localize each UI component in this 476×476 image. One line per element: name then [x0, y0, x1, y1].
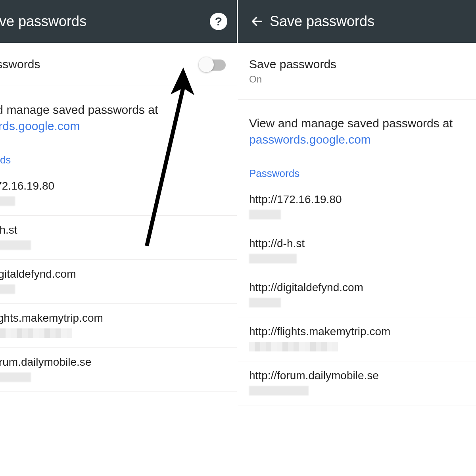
- save-passwords-toggle-row[interactable]: passwords: [0, 43, 237, 86]
- site-url: //d-h.st: [0, 224, 226, 236]
- passwords-section-title: words: [0, 138, 237, 172]
- passwords-google-link[interactable]: passwords.google.com: [249, 133, 371, 146]
- toggle-switch-off[interactable]: [200, 60, 226, 71]
- page-title: Save passwords: [270, 13, 466, 30]
- password-entry[interactable]: http://digitaldefynd.com: [238, 273, 476, 317]
- save-passwords-toggle-row[interactable]: Save passwords On: [238, 43, 476, 100]
- toggle-label: Save passwords: [249, 57, 336, 71]
- site-url: http://d-h.st: [249, 237, 465, 250]
- site-url: http://forum.dailymobile.se: [249, 369, 465, 382]
- username-blurred: [249, 254, 465, 264]
- site-url: //flights.makemytrip.com: [0, 312, 226, 324]
- right-panel: Save passwords Save passwords On View an…: [238, 0, 476, 476]
- site-url: http://flights.makemytrip.com: [249, 325, 465, 338]
- page-title: Save passwords: [0, 13, 210, 30]
- username-blurred: [0, 328, 226, 339]
- site-url: //172.16.19.80: [0, 180, 226, 192]
- password-entry[interactable]: http://forum.dailymobile.se: [238, 361, 476, 405]
- back-icon[interactable]: [248, 15, 267, 28]
- site-url: //digitaldefynd.com: [0, 268, 226, 280]
- username-blurred: [249, 342, 465, 352]
- username-blurred: [249, 386, 465, 396]
- toggle-state: On: [249, 74, 336, 85]
- passwords-section-title: Passwords: [238, 152, 476, 185]
- password-entry[interactable]: http://172.16.19.80: [238, 185, 476, 229]
- appbar-right: Save passwords: [238, 0, 476, 43]
- site-url: http://172.16.19.80: [249, 193, 465, 206]
- username-blurred: [0, 240, 226, 251]
- help-icon[interactable]: ?: [210, 13, 227, 30]
- password-entry[interactable]: //172.16.19.80: [0, 172, 237, 216]
- manage-text: and manage saved passwords at words.goog…: [0, 86, 237, 138]
- left-panel: Save passwords ? passwords and manage sa…: [0, 0, 238, 476]
- toggle-label: passwords: [0, 57, 40, 71]
- password-entry[interactable]: //flights.makemytrip.com: [0, 304, 237, 348]
- appbar-left: Save passwords ?: [0, 0, 237, 43]
- username-blurred: [249, 298, 465, 308]
- manage-text: View and manage saved passwords at passw…: [238, 100, 476, 152]
- password-entry[interactable]: //digitaldefynd.com: [0, 260, 237, 304]
- username-blurred: [0, 284, 226, 295]
- password-entry[interactable]: http://flights.makemytrip.com: [238, 317, 476, 361]
- password-entry[interactable]: //d-h.st: [0, 216, 237, 260]
- username-blurred: [0, 196, 226, 207]
- password-entry[interactable]: //forum.dailymobile.se: [0, 348, 237, 392]
- username-blurred: [0, 372, 226, 383]
- site-url: //forum.dailymobile.se: [0, 356, 226, 369]
- passwords-google-link[interactable]: words.google.com: [0, 119, 80, 132]
- username-blurred: [249, 210, 465, 220]
- site-url: http://digitaldefynd.com: [249, 281, 465, 294]
- password-entry[interactable]: http://d-h.st: [238, 229, 476, 273]
